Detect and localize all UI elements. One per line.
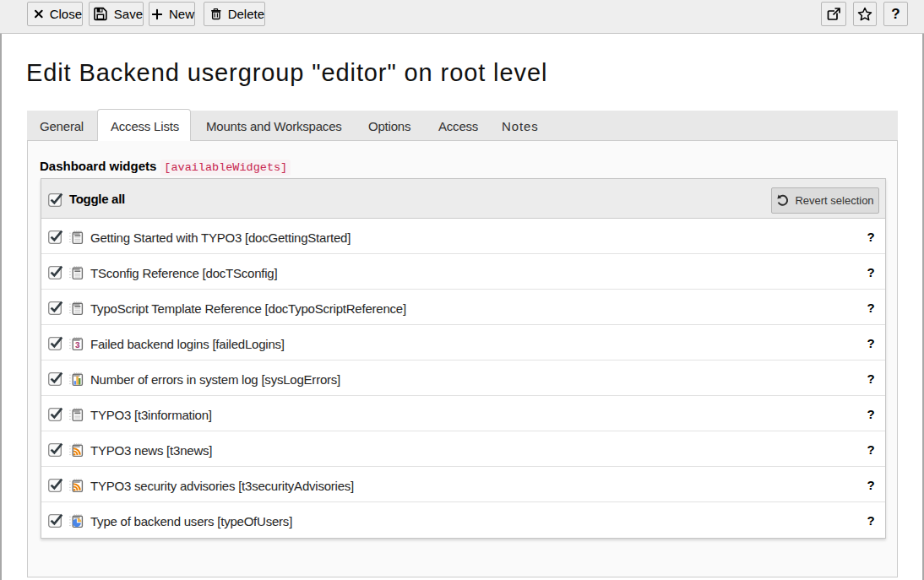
svg-text:3: 3 bbox=[75, 341, 80, 350]
